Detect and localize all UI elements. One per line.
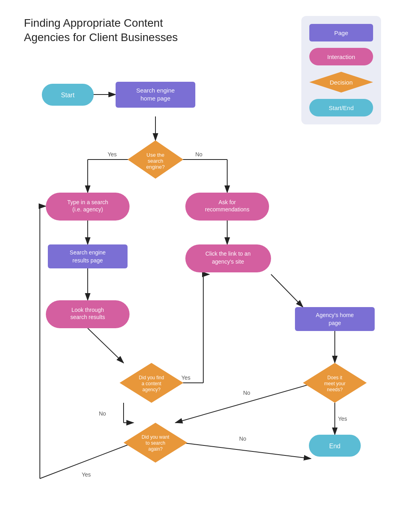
svg-text:Ask for: Ask for <box>218 199 236 205</box>
svg-text:Did you want: Did you want <box>142 434 169 440</box>
svg-text:No: No <box>99 410 106 417</box>
svg-text:home page: home page <box>140 95 170 102</box>
svg-line-21 <box>175 383 315 423</box>
svg-text:Type in a search: Type in a search <box>67 199 108 205</box>
svg-text:Use the: Use the <box>147 152 165 158</box>
svg-text:Yes: Yes <box>338 416 347 422</box>
svg-text:Yes: Yes <box>108 151 117 158</box>
svg-text:agency's site: agency's site <box>212 258 244 265</box>
svg-text:search: search <box>147 158 163 164</box>
svg-text:End: End <box>329 443 340 449</box>
svg-text:No: No <box>243 390 250 396</box>
svg-text:Yes: Yes <box>82 471 91 478</box>
svg-rect-47 <box>48 244 128 268</box>
svg-line-30 <box>181 443 311 459</box>
svg-text:page: page <box>328 320 341 326</box>
svg-text:Look through: Look through <box>71 307 104 313</box>
legend-decision-label: Decision <box>330 79 353 86</box>
svg-line-11 <box>88 328 124 363</box>
svg-line-17 <box>271 274 303 307</box>
svg-rect-56 <box>295 307 375 331</box>
svg-text:search results: search results <box>70 314 105 320</box>
svg-text:a content: a content <box>142 381 161 386</box>
svg-text:No: No <box>239 435 246 442</box>
svg-text:Search engine: Search engine <box>136 87 175 94</box>
svg-text:results page: results page <box>73 257 103 264</box>
svg-text:engine?: engine? <box>146 164 165 170</box>
svg-text:needs?: needs? <box>327 387 343 392</box>
svg-text:(i.e. agency): (i.e. agency) <box>72 206 103 213</box>
svg-text:again?: again? <box>148 446 163 452</box>
svg-text:meet your: meet your <box>324 381 345 386</box>
svg-text:Yes: Yes <box>181 374 191 381</box>
svg-text:Click the link to an: Click the link to an <box>205 250 251 257</box>
svg-text:No: No <box>195 151 202 158</box>
svg-text:agency?: agency? <box>142 387 161 392</box>
svg-text:Agency's home: Agency's home <box>316 312 354 318</box>
svg-text:to search: to search <box>145 440 165 446</box>
svg-text:Does it: Does it <box>327 375 342 380</box>
svg-text:recommendations: recommendations <box>205 206 249 213</box>
svg-text:Search engine: Search engine <box>70 249 106 256</box>
svg-text:Did you find: Did you find <box>139 375 164 380</box>
svg-text:Start: Start <box>61 92 75 99</box>
